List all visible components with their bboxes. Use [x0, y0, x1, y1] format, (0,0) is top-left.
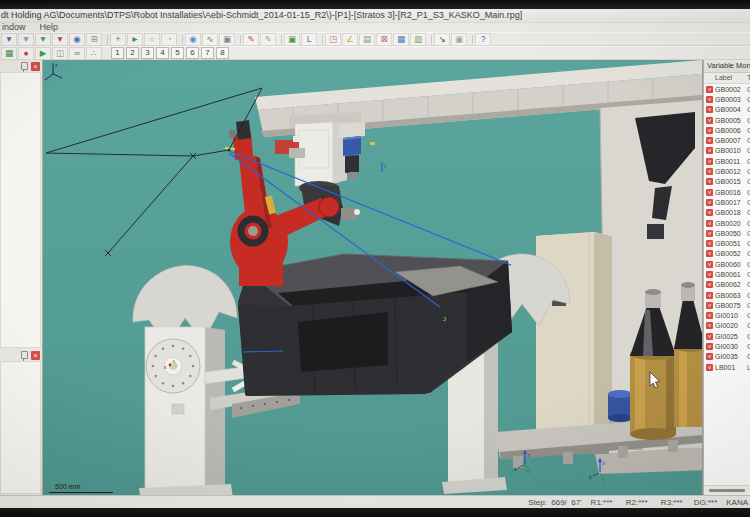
left-dock: × × [0, 60, 43, 495]
variable-row[interactable]: v GB0005 G [704, 115, 750, 125]
orbit-icon[interactable]: ► [127, 33, 143, 46]
pan-icon[interactable]: + [110, 33, 126, 46]
secondary-toolbar: ▦●▶◫∞∴ 12345678 [0, 46, 750, 60]
variable-row[interactable]: v GB0063 G [704, 290, 750, 300]
pin-icon[interactable] [21, 62, 28, 70]
variable-icon: v [706, 343, 713, 350]
dock-panel-top-body[interactable] [0, 72, 41, 348]
variable-label: GB0062 [715, 281, 741, 288]
variable-row[interactable]: v GI0030 G [704, 341, 750, 351]
variable-row[interactable]: v GB0017 G [704, 197, 750, 207]
variable-row[interactable]: v GI0010 G [704, 311, 750, 321]
page-button[interactable]: 6 [186, 47, 199, 59]
variable-row[interactable]: v GI0020 G [704, 321, 750, 331]
variable-row[interactable]: v GB0052 G [704, 249, 750, 259]
variable-row[interactable]: v GB0006 G [704, 125, 750, 135]
variable-row[interactable]: v GB0004 G [704, 105, 750, 115]
view-textured-icon[interactable]: ▼ [35, 33, 51, 46]
view-iso-icon[interactable]: ▼ [52, 33, 68, 46]
data-table-icon[interactable]: ▥ [410, 33, 426, 46]
zoom-window-icon[interactable]: ◔ [161, 33, 177, 46]
link-icon[interactable]: ∞ [69, 47, 85, 60]
variable-icon: v [706, 333, 713, 340]
variable-row[interactable]: v GB0020 G [704, 218, 750, 228]
variable-row[interactable]: v GB0015 G [704, 177, 750, 187]
page-button[interactable]: 2 [126, 47, 139, 59]
close-icon[interactable]: × [31, 351, 40, 360]
variable-row[interactable]: v GB0062 G [704, 280, 750, 290]
variable-row[interactable]: v GB0003 G [704, 94, 750, 104]
variable-panel-scrollbar[interactable] [704, 485, 750, 495]
variable-icon: v [706, 261, 713, 268]
zoom-out-icon[interactable]: ○ [144, 33, 160, 46]
page-button[interactable]: 7 [201, 47, 214, 59]
close-icon[interactable]: × [31, 62, 40, 71]
variable-row[interactable]: v GB0060 G [704, 259, 750, 269]
variable-row[interactable]: v GB0061 G [704, 269, 750, 279]
variable-row[interactable]: v GB0011 G [704, 156, 750, 166]
variable-row[interactable]: v GB0007 G [704, 135, 750, 145]
view-shaded-icon[interactable]: ▼ [18, 33, 34, 46]
scrollbar-thumb[interactable] [709, 489, 745, 492]
variable-icon: v [706, 86, 713, 93]
export-icon[interactable]: ↘ [434, 33, 450, 46]
variable-row[interactable]: v GB0075 G [704, 300, 750, 310]
world-view-icon[interactable]: ◉ [185, 33, 201, 46]
separator [469, 35, 473, 44]
variable-label: GB0015 [715, 178, 741, 185]
teach-pen-icon[interactable]: ✎ [243, 33, 259, 46]
3d-scene: J [43, 60, 702, 495]
test-run-icon[interactable]: ⊠ [376, 33, 392, 46]
column-label[interactable]: Label [715, 73, 732, 83]
record-icon[interactable]: ● [18, 47, 34, 60]
page-button[interactable]: 8 [216, 47, 229, 59]
variable-row[interactable]: v LB001 L [704, 362, 750, 372]
positioner [139, 327, 233, 495]
variable-icon: v [706, 147, 713, 154]
wire-feeder-cylinder [608, 390, 632, 422]
variable-row[interactable]: v GB0050 G [704, 228, 750, 238]
variable-icon: v [706, 127, 713, 134]
page-button[interactable]: 4 [156, 47, 169, 59]
grid-view-icon[interactable]: ▦ [1, 47, 17, 60]
variable-row[interactable]: v GB0012 G [704, 166, 750, 176]
edit-pen-icon[interactable]: ✎ [260, 33, 276, 46]
trace-points-icon[interactable]: ∴ [86, 47, 102, 60]
copy-program-icon[interactable]: ▣ [284, 33, 300, 46]
view-wireframe-icon[interactable]: ▼ [1, 33, 17, 46]
signal-trace-icon[interactable]: ∿ [202, 33, 218, 46]
variable-row[interactable]: v GI0035 G [704, 352, 750, 362]
snapshot-icon[interactable]: ▣ [451, 33, 467, 46]
trace-grid-icon[interactable]: ▦ [393, 33, 409, 46]
pin-icon[interactable] [21, 351, 28, 359]
variable-monitor-title[interactable]: Variable Monitor [704, 60, 750, 73]
corner-tool-icon[interactable]: ◳ [325, 33, 341, 46]
3d-viewport[interactable]: J [43, 60, 703, 495]
step-mode-icon[interactable]: ◫ [52, 47, 68, 60]
variable-label: GB0020 [715, 220, 741, 227]
variable-row[interactable]: v GI0025 G [704, 331, 750, 341]
menu-item[interactable]: Help [40, 23, 59, 32]
weld-angle-icon[interactable]: ∠ [342, 33, 358, 46]
variable-row[interactable]: v GB0018 G [704, 208, 750, 218]
dock-panel-bottom-body[interactable] [0, 361, 41, 494]
page-button[interactable]: 5 [171, 47, 184, 59]
variable-row[interactable]: v GB0002 G [704, 84, 750, 94]
window-layout-icon[interactable]: ⊞ [86, 33, 102, 46]
variable-icon: v [706, 250, 713, 257]
page-button[interactable]: 1 [111, 47, 124, 59]
copy-view-icon[interactable]: ▣ [219, 33, 235, 46]
variable-label: GB0016 [715, 189, 741, 196]
clipboard-icon[interactable]: ▤ [359, 33, 375, 46]
globe-icon[interactable]: ◉ [69, 33, 85, 46]
menu-item[interactable]: indow [2, 23, 26, 32]
variable-row[interactable]: v GB0010 G [704, 146, 750, 156]
variable-row[interactable]: v GB0051 G [704, 238, 750, 248]
help-icon[interactable]: ? [475, 33, 491, 46]
svg-text:y: y [602, 476, 605, 482]
play-icon[interactable]: ▶ [35, 47, 51, 60]
variable-icon: v [706, 96, 713, 103]
page-button[interactable]: 3 [141, 47, 154, 59]
variable-row[interactable]: v GB0016 G [704, 187, 750, 197]
angle-tool-icon[interactable]: L [301, 33, 317, 46]
